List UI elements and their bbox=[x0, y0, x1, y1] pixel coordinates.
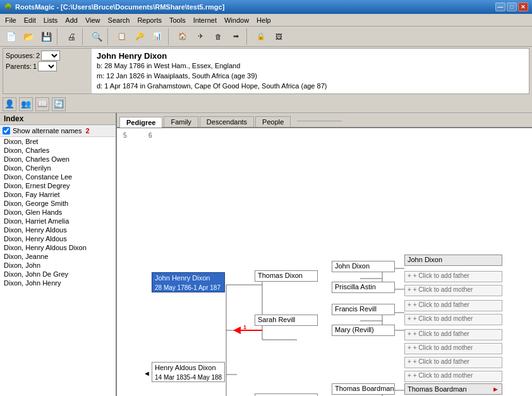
sidebar-entry-8[interactable]: Dixon, Glen Hands bbox=[0, 208, 116, 217]
add-father-box-4[interactable]: + Click to add father bbox=[404, 357, 502, 368]
sidebar-list[interactable]: Dixon, BretDixon, CharlesDixon, Charles … bbox=[0, 137, 116, 396]
pedigree-mary-revill[interactable]: Mary (Revill) bbox=[332, 325, 395, 336]
pedigree-john-dixon[interactable]: John Dixon bbox=[332, 261, 395, 272]
add-father-box-2[interactable]: + Click to add father bbox=[404, 300, 502, 311]
add-mother-box-4[interactable]: + Click to add mother bbox=[404, 371, 502, 382]
menu-bar: File Edit Lists Add View Search Reports … bbox=[0, 14, 532, 27]
sidebar-entry-1[interactable]: Dixon, Charles bbox=[0, 146, 116, 155]
pa-name: Priscilla Astin bbox=[335, 283, 376, 291]
add-father-box-3[interactable]: + Click to add father bbox=[404, 329, 502, 340]
menu-window[interactable]: Window bbox=[221, 15, 253, 25]
sidebar-entry-13[interactable]: Dixon, Jeanne bbox=[0, 252, 116, 261]
toolbar-delete[interactable]: 🗑 bbox=[210, 28, 226, 45]
toolbar-travel[interactable]: ✈ bbox=[192, 28, 209, 45]
menu-view[interactable]: View bbox=[82, 15, 104, 25]
sidebar-entry-16[interactable]: Dixon, John Henry bbox=[0, 279, 116, 287]
pedigree-henry-aldous-dixon[interactable]: Henry Aldous Dixon 14 Mar 1835-4 May 188 bbox=[152, 362, 225, 382]
spouses-dropdown[interactable] bbox=[41, 51, 60, 61]
sidebar-entry-2[interactable]: Dixon, Charles Owen bbox=[0, 155, 116, 164]
sidebar-entry-4[interactable]: Dixon, Constance Lee bbox=[0, 172, 116, 181]
pedigree-thomas-boardman[interactable]: Thomas Boardman bbox=[332, 383, 395, 395]
add-mother-box-1[interactable]: + Click to add mother bbox=[404, 285, 502, 296]
sidebar-entry-14[interactable]: Dixon, John bbox=[0, 261, 116, 270]
td-name: Thomas Dixon bbox=[258, 272, 303, 279]
sidebar-entry-3[interactable]: Dixon, Cherilyn bbox=[0, 164, 116, 172]
person-birth: b: 28 May 1786 in West Ham., Essex, Engl… bbox=[97, 61, 524, 71]
menu-search[interactable]: Search bbox=[104, 15, 134, 25]
sidebar-entry-0[interactable]: Dixon, Bret bbox=[0, 137, 116, 146]
sidebar: Index Show alternate names 2 Dixon, Bret… bbox=[0, 113, 117, 396]
sidebar-entry-11[interactable]: Dixon, Henry Aldous bbox=[0, 234, 116, 243]
toolbar-save[interactable]: 💾 bbox=[38, 28, 54, 45]
toolbar-open[interactable]: 📂 bbox=[20, 28, 37, 45]
nav-refresh[interactable]: 🔄 bbox=[52, 97, 66, 111]
toolbar-lock[interactable]: 🔒 bbox=[253, 28, 269, 45]
menu-tools[interactable]: Tools bbox=[166, 15, 190, 25]
tab-people[interactable]: People bbox=[255, 116, 291, 127]
menu-internet[interactable]: Internet bbox=[190, 15, 221, 25]
toolbar-arrow[interactable]: ➡ bbox=[227, 28, 244, 45]
sidebar-entry-5[interactable]: Dixon, Ernest Degrey bbox=[0, 181, 116, 190]
pedigree-john-henry-dixon[interactable]: John Henry Dixon 28 May 1786-1 Apr 187 bbox=[152, 272, 225, 292]
tab-descendants[interactable]: Descendants bbox=[200, 116, 254, 127]
scale-label: 5 bbox=[123, 132, 127, 139]
rp-tb-arrow: ► bbox=[492, 385, 499, 393]
add-mother-box-2[interactable]: + Click to add mother bbox=[404, 314, 502, 325]
jhd-name: John Henry Dixon bbox=[155, 273, 222, 283]
pedigree-area: 5 6 bbox=[117, 128, 532, 396]
sidebar-title: Index bbox=[4, 114, 23, 123]
person-death: d: 1 Apr 1874 in Grahamstown, Cape Of Go… bbox=[97, 81, 524, 91]
nav-book[interactable]: 📖 bbox=[35, 97, 49, 111]
menu-lists[interactable]: Lists bbox=[40, 15, 62, 25]
toolbar-chart[interactable]: 📊 bbox=[149, 28, 166, 45]
pedigree-thomas-dixon[interactable]: Thomas Dixon bbox=[255, 270, 318, 282]
pedigree-priscilla-astin[interactable]: Priscilla Astin bbox=[332, 282, 395, 293]
sidebar-entry-6[interactable]: Dixon, Fay Harriet bbox=[0, 190, 116, 199]
pedigree-sarah-revill[interactable]: Sarah Revill bbox=[255, 315, 318, 326]
sidebar-entry-15[interactable]: Dixon, John De Grey bbox=[0, 270, 116, 279]
sidebar-entry-7[interactable]: Dixon, George Smith bbox=[0, 199, 116, 208]
had-name: Henry Aldous Dixon bbox=[155, 363, 222, 373]
nav-person[interactable]: 👤 bbox=[3, 97, 16, 111]
tab-pedigree[interactable]: Pedigree bbox=[119, 117, 162, 128]
pedigree-francis-revill[interactable]: Francis Revill bbox=[332, 304, 395, 315]
rp-john-dixon[interactable]: John Dixon bbox=[404, 255, 502, 266]
menu-reports[interactable]: Reports bbox=[133, 15, 166, 25]
person-name: John Henry Dixon bbox=[97, 51, 524, 61]
toolbar-tools[interactable]: 📋 bbox=[114, 28, 130, 45]
toolbar-search[interactable]: 🔍 bbox=[88, 28, 105, 45]
menu-file[interactable]: File bbox=[1, 15, 20, 25]
toolbar: 📄 📂 💾 🖨 🔍 📋 🔑 📊 🏠 ✈ 🗑 ➡ 🔒 🖼 bbox=[0, 27, 532, 47]
sidebar-entry-10[interactable]: Dixon, Henry Aldous bbox=[0, 225, 116, 234]
toolbar-image[interactable]: 🖼 bbox=[270, 28, 287, 45]
add-mother-box-3[interactable]: + Click to add mother bbox=[404, 343, 502, 354]
parents-dropdown[interactable] bbox=[38, 61, 57, 71]
minimize-button[interactable]: — bbox=[495, 3, 505, 11]
add-father-box-1[interactable]: + Click to add father bbox=[404, 271, 502, 282]
menu-help[interactable]: Help bbox=[253, 15, 275, 25]
jhd-dates: 28 May 1786-1 Apr 187 bbox=[155, 283, 222, 292]
tab-family[interactable]: Family bbox=[164, 116, 198, 127]
toolbar-separator-5 bbox=[246, 28, 250, 45]
toolbar-key[interactable]: 🔑 bbox=[131, 28, 148, 45]
show-alternate-row: Show alternate names 2 bbox=[3, 127, 113, 135]
toolbar-separator-3 bbox=[107, 28, 111, 45]
show-alternate-label: Show alternate names bbox=[13, 127, 82, 135]
toolbar-home[interactable]: 🏠 bbox=[174, 28, 191, 45]
rp-tb-name: Thomas Boardman bbox=[408, 385, 467, 393]
maximize-button[interactable]: □ bbox=[507, 3, 517, 11]
pedigree-william-boardman[interactable]: William Boardman bbox=[255, 393, 318, 396]
nav-family[interactable]: 👥 bbox=[19, 97, 33, 111]
jd-name: John Dixon bbox=[335, 262, 370, 270]
toolbar-new[interactable]: 📄 bbox=[3, 28, 19, 45]
rp-thomas-boardman[interactable]: Thomas Boardman ► bbox=[404, 383, 502, 395]
menu-add[interactable]: Add bbox=[61, 15, 82, 25]
spouses-row: Spouses: 2 bbox=[6, 51, 88, 61]
close-button[interactable]: ✕ bbox=[518, 3, 528, 11]
show-alternate-checkbox[interactable] bbox=[3, 127, 10, 135]
sidebar-entry-12[interactable]: Dixon, Henry Aldous Dixon bbox=[0, 243, 116, 252]
toolbar-print[interactable]: 🖨 bbox=[63, 28, 80, 45]
tabs: Pedigree Family Descendants People ─────… bbox=[117, 113, 532, 128]
sidebar-entry-9[interactable]: Dixon, Harriet Amelia bbox=[0, 217, 116, 225]
menu-edit[interactable]: Edit bbox=[20, 15, 40, 25]
